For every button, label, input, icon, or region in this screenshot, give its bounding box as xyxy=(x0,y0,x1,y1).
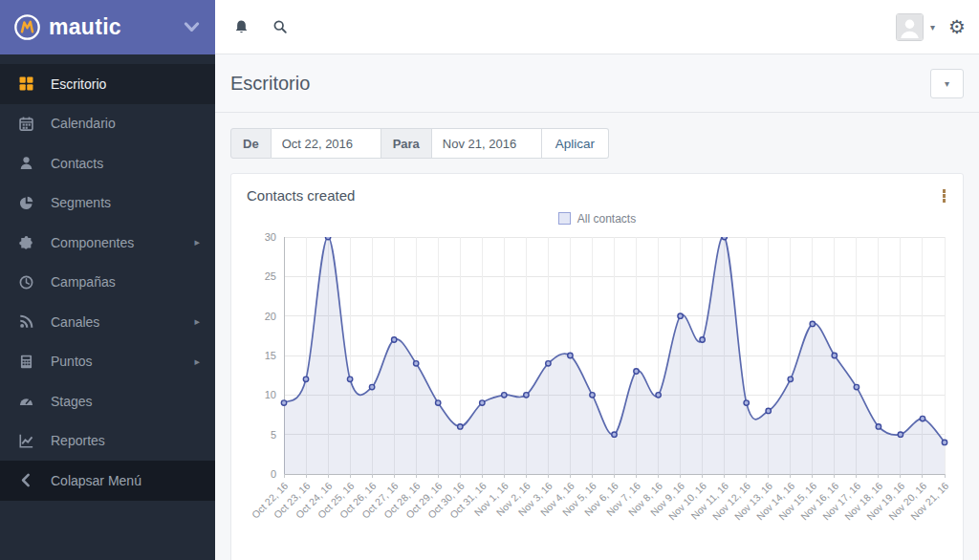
caret-down-icon[interactable]: ▾ xyxy=(930,22,935,32)
chevron-right-icon: ▸ xyxy=(194,355,200,368)
sidebar-item-label: Componentes xyxy=(51,235,134,250)
pie-chart-icon xyxy=(19,196,35,210)
avatar[interactable] xyxy=(896,13,924,41)
search-icon[interactable] xyxy=(272,19,288,34)
sidebar-item-segments[interactable]: Segments xyxy=(0,183,215,224)
panel-title: Contacts created xyxy=(247,187,355,204)
clock-icon xyxy=(19,275,35,290)
kebab-menu-icon[interactable] xyxy=(941,187,948,205)
sidebar-item-label: Calendario xyxy=(51,116,116,131)
header-dropdown-button[interactable]: ▾ xyxy=(930,69,964,98)
contacts-created-panel: Contacts created All contacts 0510152025… xyxy=(230,173,964,560)
svg-text:10: 10 xyxy=(265,389,276,400)
svg-text:25: 25 xyxy=(265,270,276,282)
svg-text:15: 15 xyxy=(265,350,276,361)
chevron-right-icon: ▸ xyxy=(194,315,200,328)
sidebar-item-label: Canales xyxy=(51,314,99,330)
sidebar-item-label: Campañas xyxy=(51,274,116,290)
chevron-down-icon[interactable] xyxy=(184,22,200,32)
caret-down-icon: ▾ xyxy=(945,78,949,89)
sidebar-item-calendario[interactable]: Calendario xyxy=(0,104,215,144)
sidebar-item-label: Reportes xyxy=(51,433,105,448)
date-range-group: De Para Aplicar xyxy=(230,128,609,159)
calculator-icon xyxy=(19,355,35,369)
sidebar-item-colapsar-menu[interactable]: Colapsar Menú xyxy=(0,461,215,501)
sidebar-item-stages[interactable]: Stages xyxy=(0,381,215,421)
puzzle-icon xyxy=(19,235,35,249)
date-from-input[interactable] xyxy=(272,128,381,159)
svg-text:5: 5 xyxy=(271,428,276,440)
gear-icon[interactable]: ⚙ xyxy=(948,17,966,36)
date-filter-toolbar: De Para Aplicar xyxy=(215,113,979,173)
sidebar-item-label: Stages xyxy=(51,394,93,409)
sidebar-item-label: Contacts xyxy=(51,156,103,171)
calendar-icon xyxy=(19,117,35,131)
legend-label: All contacts xyxy=(577,212,636,226)
sidebar-item-componentes[interactable]: Componentes▸ xyxy=(0,223,215,263)
sidebar-item-contacts[interactable]: Contacts xyxy=(0,143,215,183)
sidebar-item-escritorio[interactable]: Escritorio xyxy=(0,64,215,104)
topbar: ▾ ⚙ xyxy=(215,0,979,54)
date-to-label: Para xyxy=(381,128,432,159)
brand-name: mautic xyxy=(49,14,121,40)
bell-icon[interactable] xyxy=(233,19,250,35)
mautic-logo-icon xyxy=(13,13,41,41)
sidebar-item-puntos[interactable]: Puntos▸ xyxy=(0,342,215,382)
chevron-right-icon: ▸ xyxy=(194,236,200,248)
sidebar-item-label: Escritorio xyxy=(51,76,106,92)
page-header: Escritorio ▾ xyxy=(215,54,979,113)
date-from-label: De xyxy=(230,128,272,159)
line-chart-icon xyxy=(19,434,35,448)
rss-icon xyxy=(19,314,35,329)
svg-text:0: 0 xyxy=(271,468,276,480)
main-content: Escritorio ▾ De Para Aplicar Contacts cr… xyxy=(215,54,979,560)
logo-bar[interactable]: mautic xyxy=(0,0,215,54)
date-to-input[interactable] xyxy=(432,128,542,159)
page-title: Escritorio xyxy=(230,73,310,95)
gauge-icon xyxy=(19,394,35,408)
grid-icon xyxy=(19,76,35,91)
legend-swatch xyxy=(558,212,571,225)
chart-area: 051015202530Oct 22, 16Oct 23, 16Oct 24, … xyxy=(231,226,963,537)
sidebar: mautic EscritorioCalendarioContactsSegme… xyxy=(0,0,215,560)
sidebar-item-reportes[interactable]: Reportes xyxy=(0,421,215,462)
angle-left-icon xyxy=(19,473,35,487)
user-icon xyxy=(19,156,35,170)
sidebar-item-label: Colapsar Menú xyxy=(51,473,141,488)
chart-legend[interactable]: All contacts xyxy=(231,212,963,226)
sidebar-item-campanas[interactable]: Campañas xyxy=(0,263,215,303)
contacts-created-line-chart: 051015202530Oct 22, 16Oct 23, 16Oct 24, … xyxy=(246,227,949,533)
sidebar-nav: EscritorioCalendarioContactsSegmentsComp… xyxy=(0,54,215,501)
svg-text:20: 20 xyxy=(265,310,276,321)
sidebar-item-label: Segments xyxy=(51,195,111,210)
svg-text:30: 30 xyxy=(265,231,276,243)
sidebar-item-canales[interactable]: Canales▸ xyxy=(0,302,215,342)
apply-button[interactable]: Aplicar xyxy=(542,128,609,159)
sidebar-item-label: Puntos xyxy=(51,354,93,369)
